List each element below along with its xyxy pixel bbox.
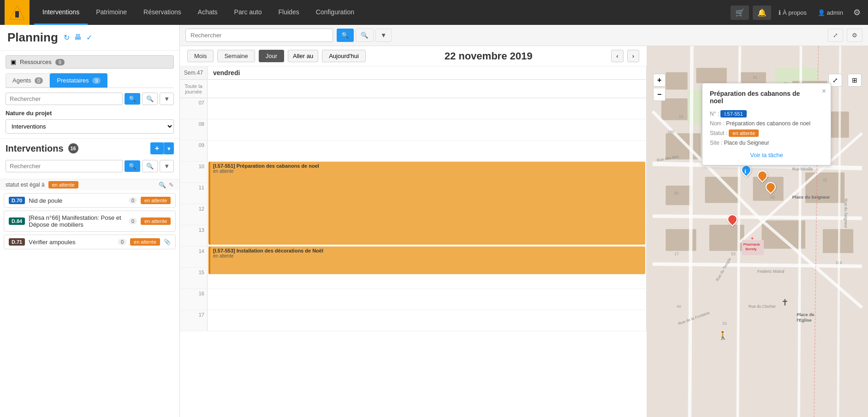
interventions-search-input[interactable] [6, 160, 123, 172]
top-search-input[interactable] [185, 29, 333, 42]
map-pin-orange-1[interactable] [757, 170, 767, 181]
time-row-14: 14[I.57-553] Installation des décoration… [180, 247, 647, 268]
time-label: 17 [180, 310, 208, 331]
top-zoom-button[interactable]: 🔍 [356, 29, 374, 42]
calendar-cell-08[interactable] [208, 119, 647, 140]
nav-item-configuration[interactable]: Configuration [308, 0, 363, 25]
calendar-cell-16[interactable] [208, 289, 647, 310]
goto-button[interactable]: Aller au [288, 50, 318, 62]
map-pin-orange-2[interactable] [766, 182, 776, 192]
view-settings-button[interactable]: ⚙ [847, 29, 862, 42]
tab-agents[interactable]: Agents 0 [6, 73, 50, 88]
item-count-badge: 0 [129, 218, 137, 224]
add-intervention-button[interactable]: + [150, 142, 164, 154]
time-label: 08 [180, 119, 208, 140]
intervention-item[interactable]: D.70 Nid de poule 0 en attente [4, 193, 176, 208]
intervention-item[interactable]: D.84 [Résa n°66] Manifestation: Pose et … [4, 211, 176, 232]
interventions-zoom-button[interactable]: 🔍 [142, 160, 158, 172]
tab-prestataires[interactable]: Prestataires 9 [50, 73, 107, 88]
next-day-button[interactable]: › [627, 50, 639, 62]
nav-item-reservations[interactable]: Réservations [135, 0, 190, 25]
svg-text:Place du Seigneur: Place du Seigneur [792, 194, 830, 200]
intervention-item[interactable]: D.71 Vérifier ampoules 0 en attente 📎 [4, 235, 176, 249]
filter-edit-button[interactable]: ✎ [169, 182, 174, 188]
sidebar-search-button[interactable]: 🔍 [125, 93, 140, 105]
svg-text:Rue Mireille: Rue Mireille [792, 167, 813, 171]
calendar-cell-14[interactable]: [I.57-553] Installation des décorations … [208, 247, 647, 267]
filter-value-badge: en attente [48, 181, 78, 188]
nav-item-interventions[interactable]: Interventions [34, 0, 88, 25]
sidebar-search-input[interactable] [6, 93, 123, 105]
map-zoom-out-button[interactable]: − [653, 88, 666, 101]
view-week-button[interactable]: Semaine [217, 50, 255, 62]
calendar-cell-10[interactable]: [I.57-551] Préparation des cabanons de n… [208, 162, 647, 182]
time-label: 13 [180, 225, 208, 246]
interventions-title: Interventions [6, 143, 64, 154]
allday-row: Toute la journée [180, 80, 647, 98]
nav-item-patrimoine[interactable]: Patrimoine [88, 0, 135, 25]
item-status-badge: en attente [141, 197, 171, 204]
nav-items: Interventions Patrimoine Réservations Ac… [34, 0, 731, 25]
map-pin-red[interactable] [727, 214, 737, 224]
popup-field-statut: Statut : en attente [710, 129, 823, 137]
admin-user-menu[interactable]: 👤 admin [814, 9, 847, 16]
check-icon[interactable]: ✓ [86, 33, 92, 42]
global-settings-button[interactable]: ⚙ [850, 7, 863, 18]
time-label: 07 [180, 98, 208, 119]
app-logo [5, 0, 30, 25]
sidebar-zoom-button[interactable]: 🔍 [142, 93, 158, 105]
view-task-link[interactable]: Voir la tâche [710, 152, 823, 159]
refresh-icon[interactable]: ↻ [64, 33, 70, 42]
print-icon[interactable]: 🖶 [74, 33, 82, 42]
about-link[interactable]: ℹ À propos [775, 9, 810, 16]
notifications-button[interactable]: 🔔 [753, 6, 771, 20]
map-pin-blue[interactable]: ℹ [741, 165, 751, 175]
calendar-cell-09[interactable] [208, 141, 647, 161]
sidebar-top: ▣ Ressources 9 Agents 0 Prestataires 9 [0, 51, 179, 138]
view-day-button[interactable]: Jour [259, 50, 284, 62]
prev-day-button[interactable]: ‹ [611, 50, 623, 62]
popup-number-badge: I.57-551 [720, 110, 746, 117]
today-button[interactable]: Aujourd'hui [322, 50, 366, 62]
top-search-button[interactable]: 🔍 [337, 29, 354, 42]
interventions-count-badge: 16 [68, 143, 78, 153]
calendar-cell-17[interactable] [208, 310, 647, 331]
view-month-button[interactable]: Mois [187, 50, 214, 62]
item-name: Vérifier ampoules [29, 239, 114, 246]
calendar-controls: Mois Semaine Jour Aller au Aujourd'hui 2… [180, 46, 647, 66]
map-zoom-in-button[interactable]: + [653, 74, 666, 87]
filter-badge-row: statut est égal à en attente 🔍 ✎ [0, 179, 179, 190]
interventions-search-button[interactable]: 🔍 [125, 160, 140, 172]
nature-select[interactable]: Interventions [6, 119, 174, 134]
filter-search-button[interactable]: 🔍 [159, 182, 166, 188]
resources-bar[interactable]: ▣ Ressources 9 [6, 55, 174, 69]
map-popup-close-button[interactable]: × [822, 87, 826, 95]
calendar-event-553[interactable]: [I.57-553] Installation des décorations … [208, 247, 645, 274]
time-label: 09 [180, 141, 208, 161]
nav-item-achats[interactable]: Achats [190, 0, 226, 25]
time-row-08: 08 [180, 119, 647, 141]
item-count-badge: 0 [129, 197, 137, 204]
add-intervention-dropdown[interactable]: ▾ [164, 142, 174, 154]
svg-text:93: 93 [770, 195, 775, 200]
resources-count-badge: 9 [55, 59, 65, 65]
svg-line-25 [690, 46, 692, 417]
nav-right: 🛒 🔔 ℹ À propos 👤 admin ⚙ [731, 6, 863, 20]
time-label: 14 [180, 247, 208, 267]
sidebar-filter-button[interactable]: ▼ [160, 93, 174, 105]
cart-button[interactable]: 🛒 [731, 6, 749, 20]
nav-item-parc-auto[interactable]: Parc auto [226, 0, 270, 25]
map-layers-button[interactable]: ⊞ [848, 74, 862, 87]
interventions-filter-button[interactable]: ▼ [160, 160, 174, 172]
svg-text:Pharmacie: Pharmacie [743, 242, 760, 247]
item-code-badge: D.84 [9, 217, 25, 225]
expand-button[interactable]: ⤢ [828, 29, 843, 42]
collapse-icon: ▣ [11, 59, 16, 65]
calendar-cell-07[interactable] [208, 98, 647, 119]
calendar-event-551[interactable]: [I.57-551] Préparation des cabanons de n… [208, 162, 645, 245]
nav-item-fluides[interactable]: Fluides [270, 0, 308, 25]
top-filter-button[interactable]: ▼ [375, 29, 392, 42]
top-search-bar: 🔍 🔍 ▼ ⤢ ⚙ [180, 25, 868, 46]
svg-text:l'Eglise: l'Eglise [797, 317, 812, 323]
svg-text:+: + [751, 235, 754, 241]
